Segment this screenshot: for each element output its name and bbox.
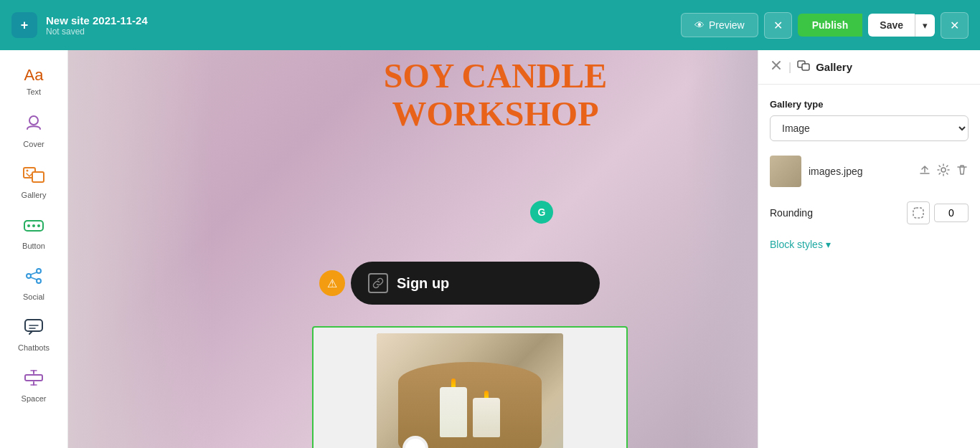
site-name: New site 2021-11-24 [46,14,672,27]
rounding-row: Rounding [770,201,969,224]
rounding-control [907,201,969,224]
sidebar-item-social[interactable]: Social [5,260,62,308]
delete-icon[interactable] [956,163,969,179]
logo-icon: + [21,18,29,33]
svg-point-8 [27,274,31,278]
button-icon [24,216,44,239]
rounding-icon[interactable] [907,201,930,224]
right-panel: | Gallery Gallery type Image Slideshow G… [758,50,980,448]
rounding-input[interactable] [934,204,969,222]
gallery-image [377,333,563,448]
workshop-title: SOY CANDLE WORKSHOP [233,57,758,133]
panel-close-icon[interactable] [770,59,783,75]
header-actions: 👁 Preview ✕ Publish Save ▾ ✕ [681,12,969,39]
link-icon [368,273,388,293]
chatbots-icon [24,318,44,340]
site-info: New site 2021-11-24 Not saved [46,14,672,37]
sidebar-item-label: Spacer [22,394,47,403]
right-panel-body: Gallery type Image Slideshow Grid images… [758,85,980,448]
gallery-type-label: Gallery type [770,99,969,110]
canvas-area[interactable]: SOY CANDLE WORKSHOP G ⚠ Sign up [68,50,758,448]
svg-point-6 [32,224,35,227]
right-panel-header: | Gallery [758,50,980,85]
svg-rect-29 [802,64,809,70]
text-icon: Aa [24,66,44,85]
block-styles-arrow: ▾ [826,239,831,250]
signup-block: ⚠ Sign up [319,262,600,305]
svg-point-30 [941,168,946,172]
sidebar-item-label: Chatbots [18,343,50,352]
spacer-icon [24,369,44,391]
image-filename: images.jpeg [809,166,911,177]
svg-point-5 [27,224,30,227]
sidebar-item-text[interactable]: Aa Text [5,59,62,103]
disconnect-button[interactable]: ✕ [764,12,792,39]
gallery-icon [23,166,44,188]
sidebar-item-label: Gallery [22,191,47,199]
app-logo: + [11,12,37,38]
svg-line-11 [31,272,37,275]
save-group: Save ▾ [868,14,935,37]
app-header: + New site 2021-11-24 Not saved 👁 Previe… [0,0,980,50]
main-layout: Aa Text Cover Gallery [0,50,980,448]
left-sidebar: Aa Text Cover Gallery [0,50,68,448]
warning-icon: ⚠ [319,270,345,296]
sidebar-item-gallery[interactable]: Gallery [5,158,62,206]
sidebar-item-chatbots[interactable]: Chatbots [5,311,62,359]
panel-divider: | [788,61,791,74]
workshop-title-block: SOY CANDLE WORKSHOP [233,57,758,133]
upload-icon[interactable] [918,163,931,179]
grammarly-icon: G [530,201,553,224]
svg-point-0 [29,116,38,125]
image-actions [918,163,969,179]
close-button[interactable]: ✕ [941,12,969,39]
svg-rect-2 [32,172,44,182]
svg-line-12 [31,277,37,280]
block-styles-link[interactable]: Block styles ▾ [770,239,969,250]
sidebar-item-button[interactable]: Button [5,209,62,257]
publish-group: Publish [798,14,863,37]
sidebar-item-spacer[interactable]: Spacer [5,362,62,410]
block-styles-label: Block styles [770,239,823,250]
settings-icon[interactable] [937,163,950,179]
workshop-title-line2: WORKSHOP [233,95,758,133]
svg-point-3 [27,170,29,172]
svg-rect-16 [25,375,42,381]
sidebar-item-label: Text [27,87,41,96]
gallery-type-select[interactable]: Image Slideshow Grid [770,115,969,141]
save-button[interactable]: Save [868,14,915,37]
panel-gallery-icon [797,60,810,75]
gallery-block[interactable] [312,326,628,448]
social-icon [24,267,44,290]
svg-point-9 [37,269,41,273]
signup-label: Sign up [397,275,449,292]
panel-title: Gallery [816,61,852,73]
eye-icon: 👁 [694,19,705,31]
save-dropdown-button[interactable]: ▾ [915,14,935,37]
image-thumbnail [770,156,801,187]
sidebar-item-cover[interactable]: Cover [5,106,62,156]
rounding-label: Rounding [770,207,813,219]
svg-point-10 [37,279,41,283]
svg-rect-31 [913,208,923,218]
publish-button[interactable]: Publish [798,14,863,37]
site-status: Not saved [46,27,672,37]
svg-point-7 [37,224,40,227]
signup-button[interactable]: Sign up [351,262,600,305]
image-row: images.jpeg [770,156,969,187]
sidebar-item-label: Button [22,242,45,250]
cover-icon [24,113,43,137]
preview-button[interactable]: 👁 Preview [681,13,758,37]
sidebar-item-label: Cover [23,140,44,148]
sidebar-item-label: Social [23,292,44,301]
workshop-title-line1: SOY CANDLE [233,57,758,95]
